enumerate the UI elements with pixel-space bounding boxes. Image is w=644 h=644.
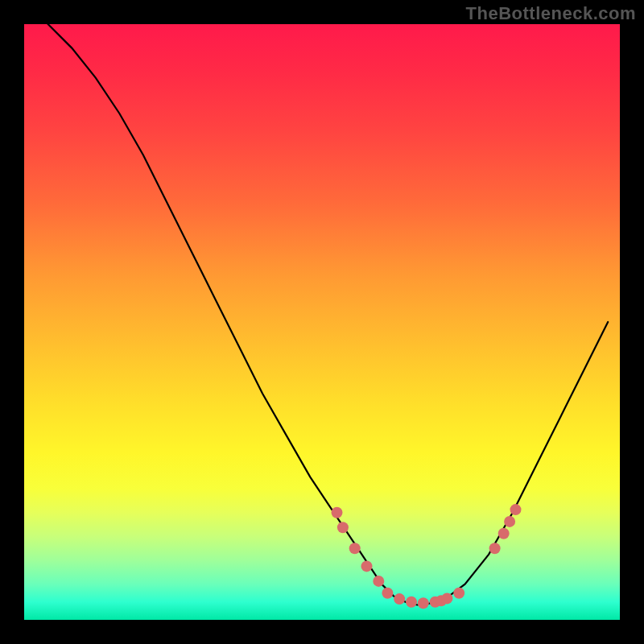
scatter-point <box>361 560 373 572</box>
scatter-point <box>441 592 452 604</box>
plot-area <box>24 24 620 620</box>
scatter-point <box>498 528 510 539</box>
bottleneck-curve <box>48 24 609 605</box>
scatter-points <box>332 504 522 609</box>
scatter-point <box>394 593 405 605</box>
curve-layer <box>24 24 620 620</box>
scatter-point <box>332 507 343 518</box>
scatter-point <box>418 597 429 609</box>
scatter-point <box>504 516 515 527</box>
scatter-point <box>489 543 501 554</box>
scatter-point <box>406 597 417 608</box>
scatter-point <box>349 543 361 554</box>
scatter-point <box>453 588 464 599</box>
scatter-point <box>382 588 393 599</box>
scatter-point <box>337 522 349 533</box>
watermark-text: TheBottleneck.com <box>466 3 636 24</box>
chart-container: TheBottleneck.com <box>0 0 644 644</box>
scatter-point <box>510 504 522 515</box>
scatter-point <box>373 576 384 587</box>
